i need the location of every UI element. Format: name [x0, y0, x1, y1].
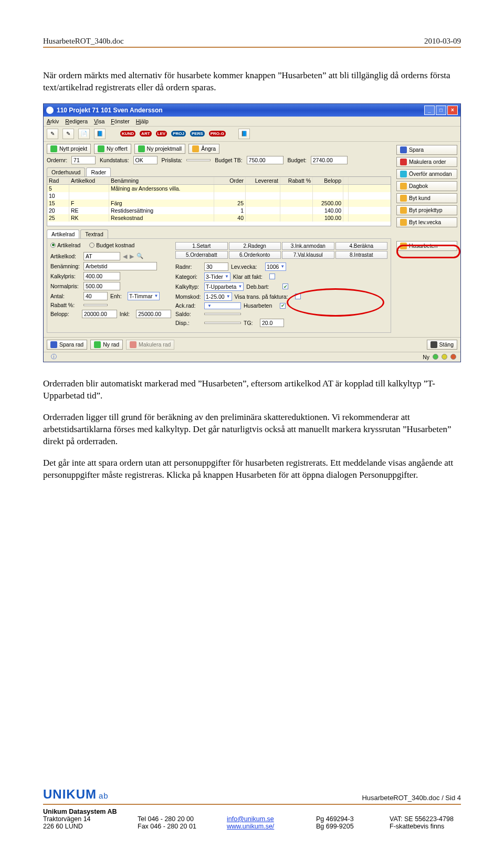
tab-textrad[interactable]: Textrad — [80, 229, 108, 238]
edit-icon — [400, 195, 407, 202]
paragraph-2: Orderraden blir automatiskt markerad med… — [43, 378, 461, 402]
visatrans-checkbox[interactable] — [295, 293, 301, 299]
nav-right-icon[interactable]: ▶ — [130, 253, 134, 259]
table-row[interactable]: 15FFärg252500.00 — [47, 200, 391, 207]
footer-web[interactable]: www.unikum.se/ — [227, 823, 316, 830]
footer-fskatt: F-skattebevis finns — [390, 823, 461, 830]
ny-projektmall-button[interactable]: Ny projektmall — [134, 144, 186, 154]
budgettb-label: Budget TB: — [215, 157, 242, 163]
husarbeten-button[interactable]: Husarbeten — [396, 241, 457, 251]
table-row[interactable]: 20RERestidsersättning1140.00 — [47, 207, 391, 214]
ackrad-select[interactable]: ▼ — [204, 302, 241, 309]
btn-setart[interactable]: 1.Setart — [175, 242, 228, 250]
toolbar-icon-1[interactable]: ✎ — [47, 129, 58, 139]
prislista-label: Prislista: — [162, 157, 183, 163]
radio-artikelrad[interactable]: Artikelrad — [50, 242, 80, 248]
stang-button[interactable]: Stäng — [427, 340, 457, 350]
footer-email[interactable]: info@unikum.se — [227, 815, 316, 823]
byt-kund-button[interactable]: Byt kund — [396, 193, 457, 203]
debbart-checkbox[interactable]: ✔ — [282, 284, 288, 289]
btn-radegn[interactable]: 2.Radegn — [229, 242, 281, 250]
tab-artikelrad[interactable]: Artikelrad — [47, 229, 79, 238]
footer-page: HusarbeteROT_340b.doc / Sid 4 — [362, 794, 461, 802]
toolbar-icon-3[interactable]: 📄 — [78, 129, 90, 139]
pill-kund[interactable]: KUND — [120, 131, 135, 137]
menu-hjalp[interactable]: Hjälp — [136, 118, 149, 124]
undo-icon — [192, 145, 199, 152]
nav-left-icon[interactable]: ◀ — [123, 253, 127, 259]
close-button[interactable]: × — [447, 106, 458, 115]
minimize-button[interactable]: _ — [424, 106, 435, 115]
prislista-value[interactable] — [186, 159, 211, 161]
dagbok-button[interactable]: Dagbok — [396, 181, 457, 191]
levvecka-select[interactable]: 1006▼ — [265, 263, 286, 271]
klar-checkbox[interactable] — [269, 274, 275, 279]
edit-icon — [400, 219, 407, 226]
pill-pers[interactable]: PERS — [190, 131, 205, 137]
menu-redigera[interactable]: Redigera — [65, 118, 88, 124]
enh-select[interactable]: T-Timmar▼ — [128, 292, 160, 300]
spara-button[interactable]: Spara — [396, 145, 457, 155]
byt-levvecka-button[interactable]: Byt lev.vecka — [396, 217, 457, 227]
toolbar-icon-book[interactable]: 📘 — [238, 129, 250, 139]
momskod-select[interactable]: 1-25.00▼ — [204, 292, 232, 301]
budget-value[interactable]: 2740.00 — [311, 156, 348, 164]
pill-prog[interactable]: PRO-G — [209, 131, 226, 137]
btn-berakna[interactable]: 4.Beräkna — [335, 242, 388, 250]
pill-lev[interactable]: LEV — [156, 131, 167, 137]
radnr-input[interactable]: 30 — [204, 263, 228, 271]
btn-orderrabatt[interactable]: 5.Orderrabatt — [175, 251, 228, 259]
table-row[interactable]: 25RKResekostnad40100.00 — [47, 214, 391, 222]
radio-budget[interactable]: Budget kostnad — [89, 242, 134, 248]
table-row[interactable]: 10 — [47, 192, 391, 200]
husarbeten-checkbox[interactable]: ✔ — [280, 303, 286, 309]
inkl-input[interactable]: 25000.00 — [136, 310, 171, 318]
tab-orderhuvud[interactable]: Orderhuvud — [47, 167, 85, 176]
btn-valklausul[interactable]: 7.Val.klausul — [282, 251, 334, 259]
ny-offert-button[interactable]: Ny offert — [94, 144, 131, 154]
antal-input[interactable]: 40 — [83, 292, 108, 300]
ackrad-label: Ack.rad: — [175, 302, 202, 309]
tab-rader[interactable]: Rader — [86, 167, 111, 176]
artikelkod-input[interactable]: AT — [83, 252, 120, 260]
menu-arkiv[interactable]: Arkiv — [47, 118, 59, 124]
search-icon[interactable]: 🔍 — [136, 253, 143, 259]
ny-rad-button[interactable]: Ny rad — [90, 340, 123, 350]
overfor-anmodan-button[interactable]: Överför anmodan — [396, 169, 457, 179]
pill-art[interactable]: ART — [140, 131, 151, 137]
kategori-select[interactable]: 3-Tider▼ — [204, 272, 230, 281]
kalkyltyp-select[interactable]: T-Upparbeta▼ — [204, 282, 244, 291]
angra-button[interactable]: Ångra — [188, 144, 219, 154]
tg-input[interactable]: 20.0 — [260, 319, 284, 327]
visatrans-label: Visa trans. på faktura: — [235, 293, 292, 300]
normalpris-input[interactable]: 500.00 — [83, 282, 120, 290]
toolbar-icon-4[interactable]: 📘 — [94, 129, 106, 139]
byt-projekttyp-button[interactable]: Byt projekttyp — [396, 205, 457, 215]
pill-proj[interactable]: PROJ — [171, 131, 186, 137]
belopp-label: Belopp: — [50, 311, 79, 317]
side-button-column: Spara Makulera order Överför anmodan Dag… — [394, 142, 460, 337]
kundstatus-value[interactable]: OK — [133, 156, 158, 164]
maximize-button[interactable]: □ — [436, 106, 446, 115]
budgettb-value[interactable]: 750.00 — [247, 156, 284, 164]
spara-rad-button[interactable]: Spara rad — [47, 340, 87, 350]
btn-intrastat[interactable]: 8.Intrastat — [335, 251, 388, 259]
makulera-rad-button[interactable]: Makulera rad — [126, 340, 174, 350]
rabatt-input[interactable] — [83, 304, 108, 306]
saldo-input[interactable] — [204, 313, 241, 315]
disp-input[interactable] — [204, 322, 241, 324]
makulera-order-button[interactable]: Makulera order — [396, 157, 457, 167]
belopp-input[interactable]: 20000.00 — [82, 310, 117, 318]
btn-orderkonto[interactable]: 6.Orderkonto — [229, 251, 281, 259]
kalkylpris-input[interactable]: 400.00 — [83, 272, 120, 280]
footer-pg: Pg 469294-3 — [316, 815, 390, 823]
nytt-projekt-button[interactable]: Nytt projekt — [47, 144, 91, 154]
btn-inkanmodan[interactable]: 3.Ink.anmodan — [282, 242, 334, 250]
table-row[interactable]: 5Målning av Anderssons villa. — [47, 185, 391, 192]
menu-fonster[interactable]: Fönster — [111, 118, 130, 124]
benamning-input[interactable]: Arbetstid — [83, 262, 157, 270]
toolbar-icon-2[interactable]: ✎ — [62, 129, 74, 139]
plus-icon — [98, 145, 104, 152]
menu-visa[interactable]: Visa — [94, 118, 104, 124]
ordernr-value[interactable]: 71 — [71, 156, 96, 164]
